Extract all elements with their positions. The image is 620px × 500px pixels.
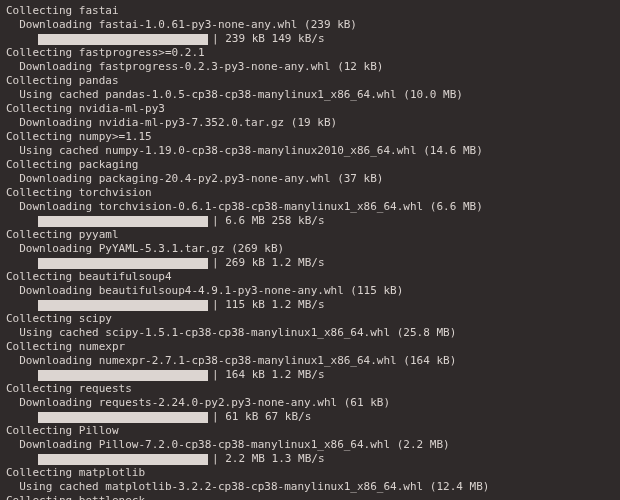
collecting-line: Collecting fastai xyxy=(6,4,614,18)
progress-line: | 6.6 MB 258 kB/s xyxy=(6,214,614,228)
download-line: Downloading torchvision-0.6.1-cp38-cp38-… xyxy=(6,200,614,214)
download-line: Using cached pandas-1.0.5-cp38-cp38-many… xyxy=(6,88,614,102)
terminal-output: Collecting fastai Downloading fastai-1.0… xyxy=(0,0,620,500)
progress-bar xyxy=(38,34,208,45)
progress-bar-fill xyxy=(38,34,208,45)
collecting-line: Collecting numexpr xyxy=(6,340,614,354)
indent xyxy=(6,298,38,312)
download-line: Downloading packaging-20.4-py2.py3-none-… xyxy=(6,172,614,186)
indent xyxy=(6,368,38,382)
progress-stats: | 61 kB 67 kB/s xyxy=(212,410,311,424)
progress-bar-fill xyxy=(38,370,208,381)
progress-bar-fill xyxy=(38,300,208,311)
download-line: Downloading PyYAML-5.3.1.tar.gz (269 kB) xyxy=(6,242,614,256)
download-line: Downloading fastai-1.0.61-py3-none-any.w… xyxy=(6,18,614,32)
download-line: Downloading beautifulsoup4-4.9.1-py3-non… xyxy=(6,284,614,298)
download-line: Using cached scipy-1.5.1-cp38-cp38-manyl… xyxy=(6,326,614,340)
download-line: Using cached numpy-1.19.0-cp38-cp38-many… xyxy=(6,144,614,158)
collecting-line: Collecting bottleneck xyxy=(6,494,614,500)
progress-line: | 164 kB 1.2 MB/s xyxy=(6,368,614,382)
collecting-line: Collecting beautifulsoup4 xyxy=(6,270,614,284)
progress-bar-fill xyxy=(38,216,208,227)
progress-bar xyxy=(38,300,208,311)
indent xyxy=(6,32,38,46)
progress-line: | 269 kB 1.2 MB/s xyxy=(6,256,614,270)
progress-line: | 239 kB 149 kB/s xyxy=(6,32,614,46)
progress-stats: | 115 kB 1.2 MB/s xyxy=(212,298,325,312)
progress-line: | 61 kB 67 kB/s xyxy=(6,410,614,424)
download-line: Downloading Pillow-7.2.0-cp38-cp38-manyl… xyxy=(6,438,614,452)
progress-stats: | 239 kB 149 kB/s xyxy=(212,32,325,46)
progress-bar xyxy=(38,258,208,269)
collecting-line: Collecting torchvision xyxy=(6,186,614,200)
collecting-line: Collecting pandas xyxy=(6,74,614,88)
progress-bar xyxy=(38,216,208,227)
download-line: Downloading nvidia-ml-py3-7.352.0.tar.gz… xyxy=(6,116,614,130)
progress-stats: | 269 kB 1.2 MB/s xyxy=(212,256,325,270)
indent xyxy=(6,256,38,270)
progress-bar xyxy=(38,370,208,381)
progress-bar-fill xyxy=(38,412,208,423)
progress-stats: | 164 kB 1.2 MB/s xyxy=(212,368,325,382)
progress-bar xyxy=(38,454,208,465)
indent xyxy=(6,214,38,228)
download-line: Downloading numexpr-2.7.1-cp38-cp38-many… xyxy=(6,354,614,368)
collecting-line: Collecting requests xyxy=(6,382,614,396)
download-line: Using cached matplotlib-3.2.2-cp38-cp38-… xyxy=(6,480,614,494)
indent xyxy=(6,410,38,424)
progress-line: | 115 kB 1.2 MB/s xyxy=(6,298,614,312)
download-line: Downloading requests-2.24.0-py2.py3-none… xyxy=(6,396,614,410)
progress-bar-fill xyxy=(38,454,208,465)
collecting-line: Collecting nvidia-ml-py3 xyxy=(6,102,614,116)
collecting-line: Collecting packaging xyxy=(6,158,614,172)
collecting-line: Collecting pyyaml xyxy=(6,228,614,242)
progress-stats: | 2.2 MB 1.3 MB/s xyxy=(212,452,325,466)
progress-bar-fill xyxy=(38,258,208,269)
collecting-line: Collecting matplotlib xyxy=(6,466,614,480)
progress-stats: | 6.6 MB 258 kB/s xyxy=(212,214,325,228)
collecting-line: Collecting numpy>=1.15 xyxy=(6,130,614,144)
collecting-line: Collecting Pillow xyxy=(6,424,614,438)
progress-bar xyxy=(38,412,208,423)
collecting-line: Collecting fastprogress>=0.2.1 xyxy=(6,46,614,60)
collecting-line: Collecting scipy xyxy=(6,312,614,326)
indent xyxy=(6,452,38,466)
progress-line: | 2.2 MB 1.3 MB/s xyxy=(6,452,614,466)
download-line: Downloading fastprogress-0.2.3-py3-none-… xyxy=(6,60,614,74)
